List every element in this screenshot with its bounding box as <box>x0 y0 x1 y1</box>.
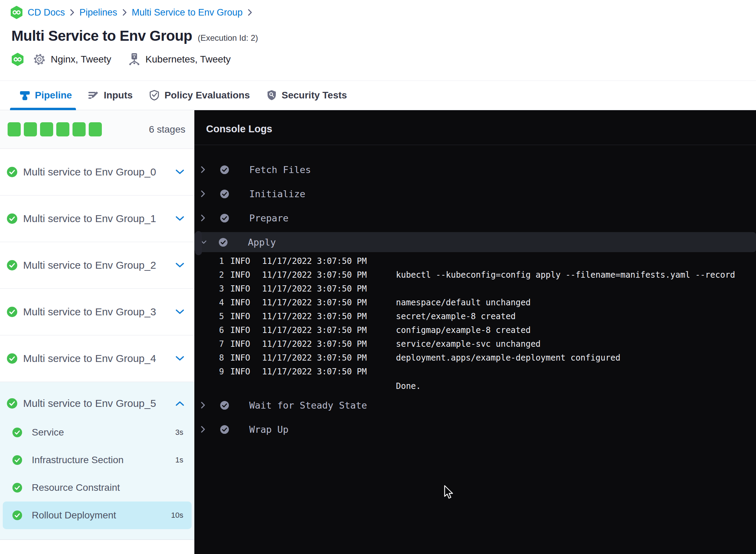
log-timestamp: 11/17/2022 3:07:50 PM <box>262 298 390 307</box>
stage-row-expanded[interactable]: Multi service to Env Group_5 <box>0 388 194 419</box>
pipeline-execution-page: CD Docs Pipelines Multi Service to Env G… <box>0 0 756 554</box>
log-timestamp: 11/17/2022 3:07:50 PM <box>262 270 390 280</box>
chevron-right-icon <box>248 9 252 16</box>
chevron-right-icon[interactable] <box>201 426 207 433</box>
title-row: Multi Service to Env Group (Execution Id… <box>11 28 258 44</box>
breadcrumb-link-pipelines[interactable]: Pipelines <box>79 7 117 18</box>
log-timestamp: 11/17/2022 3:07:50 PM <box>262 367 390 376</box>
stage-label: Multi service to Env Group_1 <box>23 213 175 225</box>
step-label: Rollout Deployment <box>32 510 171 521</box>
tab-pipeline[interactable]: Pipeline <box>19 81 72 110</box>
log-footer-line: Done. <box>194 379 756 393</box>
harness-cd-icon <box>11 53 24 66</box>
chevron-right-icon[interactable] <box>201 190 207 198</box>
log-section-fetch-files[interactable]: Fetch Files <box>194 157 756 182</box>
breadcrumb-link-cd-docs[interactable]: CD Docs <box>28 7 65 18</box>
execution-id-label: (Execution Id: 2) <box>198 33 258 43</box>
log-section-label: Fetch Files <box>249 164 311 175</box>
stage-success-square <box>56 122 69 136</box>
step-row-infrastructure[interactable]: Infrastructure Section 1s <box>0 446 194 474</box>
tab-label: Inputs <box>104 90 133 101</box>
harness-cd-icon <box>10 6 23 19</box>
log-timestamp: 11/17/2022 3:07:50 PM <box>262 284 390 294</box>
step-row-service[interactable]: Service 3s <box>0 419 194 446</box>
infrastructure-icon <box>128 52 141 66</box>
log-level: INFO <box>230 312 256 321</box>
chevron-down-icon[interactable] <box>175 355 185 362</box>
log-section-wait-for-steady-state[interactable]: Wait for Steady State <box>194 393 756 417</box>
chevron-right-icon[interactable] <box>201 401 207 409</box>
step-duration: 3s <box>175 428 183 437</box>
stage-success-square <box>24 122 37 136</box>
infrastructure-names-label: Kubernetes, Tweety <box>145 54 231 65</box>
step-duration: 10s <box>171 511 183 520</box>
log-section-apply[interactable]: Apply <box>194 232 756 252</box>
step-row-resource-constraint[interactable]: Resource Constraint <box>0 474 194 502</box>
log-message: service/example-svc unchanged <box>396 339 541 349</box>
stage-row[interactable]: Multi service to Env Group_3 <box>0 289 194 335</box>
chevron-down-icon[interactable] <box>175 169 185 175</box>
tab-label: Pipeline <box>35 90 72 101</box>
log-line: 5INFO11/17/2022 3:07:50 PMsecret/example… <box>194 309 756 323</box>
chevron-down-icon[interactable] <box>175 262 185 268</box>
log-level: INFO <box>230 339 256 349</box>
pipeline-icon <box>19 89 31 101</box>
log-line: 3INFO11/17/2022 3:07:50 PM <box>194 282 756 296</box>
log-section-label: Initialize <box>249 189 306 199</box>
check-circle-icon <box>7 353 17 364</box>
check-circle-icon <box>12 428 22 437</box>
panel-resize-handle[interactable] <box>195 231 202 255</box>
step-row-rollout-deployment[interactable]: Rollout Deployment 10s <box>3 502 192 529</box>
tab-label: Policy Evaluations <box>164 90 250 101</box>
log-line: 7INFO11/17/2022 3:07:50 PMservice/exampl… <box>194 337 756 351</box>
check-circle-icon <box>219 238 228 247</box>
log-line: 8INFO11/17/2022 3:07:50 PMdeployment.app… <box>194 351 756 365</box>
check-circle-icon <box>220 165 229 174</box>
tab-policy-evaluations[interactable]: Policy Evaluations <box>148 81 250 110</box>
tab-security-tests[interactable]: Security Tests <box>266 81 347 110</box>
log-section-prepare[interactable]: Prepare <box>194 206 756 230</box>
apply-log-lines: 1INFO11/17/2022 3:07:50 PM 2INFO11/17/20… <box>194 254 756 393</box>
log-section-label: Wrap Up <box>249 424 289 435</box>
stage-row[interactable]: Multi service to Env Group_2 <box>0 242 194 289</box>
check-circle-icon <box>12 483 22 493</box>
chevron-down-icon[interactable] <box>175 216 185 222</box>
log-level: INFO <box>230 284 256 294</box>
breadcrumb-link-pipeline-name[interactable]: Multi Service to Env Group <box>132 7 243 18</box>
chevron-right-icon[interactable] <box>201 214 207 222</box>
chevron-up-icon[interactable] <box>175 400 185 407</box>
log-level: INFO <box>230 367 256 376</box>
log-timestamp: 11/17/2022 3:07:50 PM <box>262 256 390 266</box>
stage-success-square <box>40 122 53 136</box>
check-circle-icon <box>7 398 17 409</box>
stage-expanded-section: Multi service to Env Group_5 Service 3s <box>0 382 194 540</box>
stage-success-square <box>8 122 21 136</box>
log-line: 4INFO11/17/2022 3:07:50 PMnamespace/defa… <box>194 296 756 309</box>
execution-meta-row: Nginx, Tweety Kubernetes, Tweety <box>11 52 231 67</box>
check-circle-icon <box>220 213 229 223</box>
stage-row[interactable]: Multi service to Env Group_4 <box>0 335 194 382</box>
stage-status-squares <box>8 122 102 136</box>
check-circle-icon <box>7 213 17 224</box>
chevron-right-icon[interactable] <box>201 166 207 173</box>
log-section-initialize[interactable]: Initialize <box>194 182 756 206</box>
log-line-number: 4 <box>208 298 224 307</box>
shield-magnifier-icon <box>266 89 278 101</box>
chevron-down-icon[interactable] <box>175 309 185 315</box>
log-section-wrap-up[interactable]: Wrap Up <box>194 417 756 441</box>
check-circle-icon <box>220 401 229 410</box>
log-message: namespace/default unchanged <box>396 298 531 307</box>
log-line: 2INFO11/17/2022 3:07:50 PMkubectl --kube… <box>194 268 756 282</box>
log-message: deployment.apps/example-deployment confi… <box>396 353 620 363</box>
stage-count-label: 6 stages <box>149 124 185 135</box>
step-label: Infrastructure Section <box>32 455 175 466</box>
check-circle-icon <box>7 260 17 270</box>
log-timestamp: 11/17/2022 3:07:50 PM <box>262 325 390 335</box>
chevron-right-icon <box>122 9 127 16</box>
stage-row[interactable]: Multi service to Env Group_0 <box>0 149 194 195</box>
stage-label: Multi service to Env Group_2 <box>23 259 175 271</box>
step-label: Service <box>32 427 175 438</box>
stage-row[interactable]: Multi service to Env Group_1 <box>0 195 194 242</box>
stage-label: Multi service to Env Group_0 <box>23 166 175 178</box>
tab-inputs[interactable]: Inputs <box>88 81 133 110</box>
